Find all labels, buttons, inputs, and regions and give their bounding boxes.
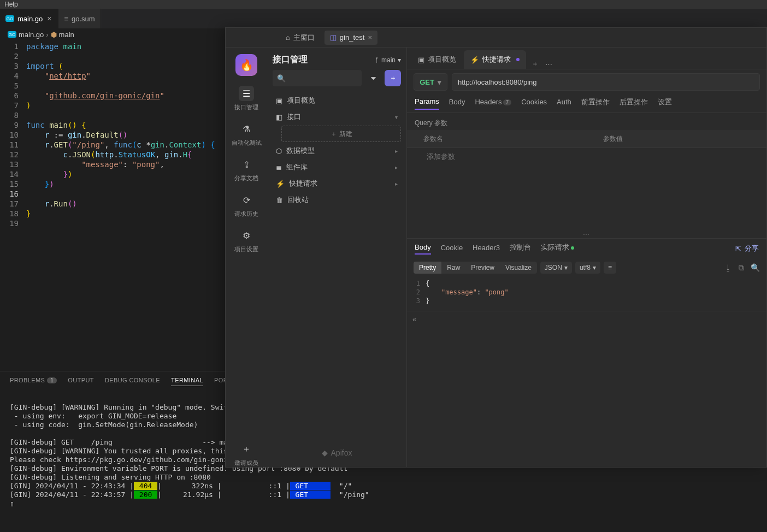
close-icon[interactable]: × — [368, 33, 372, 42]
api-tool-window: ⌂ 主窗口 ◫ gin_test × 🔥 ☰ 接口管理 ⚗ 自动化测试 ⇪ 分享… — [225, 27, 767, 468]
window-tab-home[interactable]: ⌂ 主窗口 — [280, 31, 320, 45]
sidebar-item-label: 快捷请求 — [289, 179, 317, 188]
branch-selector[interactable]: ᚶ main ▾ — [375, 56, 401, 64]
rail-invite[interactable]: ＋ 邀请成员 — [234, 441, 258, 467]
resize-handle[interactable]: ⋯ — [407, 230, 766, 238]
rail-label: 分享文档 — [234, 174, 258, 182]
panel-tab-debug[interactable]: DEBUG CONSOLE — [105, 375, 160, 386]
add-param-row[interactable]: 添加参数 — [407, 147, 766, 165]
download-icon[interactable]: ⭳ — [724, 263, 732, 273]
menubar: Help — [0, 0, 767, 9]
url-value: http://localhost:8080/ping — [458, 78, 537, 86]
sidebar-item-label: 接口 — [287, 112, 301, 122]
method-select[interactable]: GET ▾ — [414, 73, 447, 91]
resptab-cookie[interactable]: Cookie — [441, 244, 463, 254]
search-icon: 🔍 — [277, 74, 286, 82]
url-input[interactable]: http://localhost:8080/ping — [452, 73, 760, 91]
breadcrumb-symbol[interactable]: main — [59, 31, 74, 39]
breadcrumb-file[interactable]: main.go — [19, 31, 44, 39]
editor-tabbar: GO main.go × ≡ go.sum — [0, 9, 767, 28]
request-section-tabs: Params Body Headers7 Cookies Auth 前置操作 后… — [407, 94, 766, 113]
window-tab-label: gin_test — [340, 33, 365, 42]
tab-go-sum[interactable]: ≡ go.sum — [58, 9, 101, 28]
encoding-select[interactable]: utf8▾ — [575, 262, 600, 274]
panel-tab-terminal[interactable]: TERMINAL — [171, 375, 203, 386]
go-file-icon: GO — [8, 31, 16, 38]
sidebar-item-model[interactable]: ⬡ 数据模型 ▸ — [273, 143, 401, 158]
sidebar-item-label: 项目概览 — [287, 96, 315, 105]
search-icon[interactable]: 🔍 — [751, 263, 760, 273]
sidebar-item-trash[interactable]: 🗑 回收站 — [273, 192, 401, 208]
chevron-down-icon: ▾ — [438, 78, 441, 86]
tab-main-go[interactable]: GO main.go × — [0, 9, 58, 28]
response-panel: Body Cookie Header3 控制台 实际请求 ⇱ 分享 — [407, 238, 766, 327]
share-response-button[interactable]: ⇱ 分享 — [735, 244, 759, 253]
method-label: GET — [420, 78, 434, 86]
status-dot-icon — [571, 246, 574, 250]
rail-settings[interactable]: ⚙ 项目设置 — [234, 228, 258, 253]
resptab-actual[interactable]: 实际请求 — [541, 243, 574, 255]
reqtab-auth[interactable]: Auth — [557, 98, 571, 109]
rail-label: 接口管理 — [234, 103, 258, 111]
new-api-button[interactable]: ＋ 新建 — [281, 126, 401, 142]
rail-history[interactable]: ⟳ 请求历史 — [234, 192, 258, 218]
view-raw[interactable]: Raw — [441, 262, 465, 274]
new-label: 新建 — [339, 129, 352, 139]
sidebar-item-label: 组件库 — [286, 162, 308, 172]
reqtab-cookies[interactable]: Cookies — [521, 98, 547, 109]
view-mode-segment: Pretty Raw Preview Visualize — [414, 262, 537, 274]
reqtab-post[interactable]: 后置操作 — [620, 97, 648, 110]
reqtab-pre[interactable]: 前置操作 — [581, 97, 610, 110]
side-panel: 接口管理 ᚶ main ▾ 🔍 ⏷ ＋ ▣ 项目概览 — [267, 48, 407, 467]
view-visualize[interactable]: Visualize — [500, 262, 537, 274]
format-select[interactable]: JSON▾ — [540, 262, 572, 274]
sidebar-item-quick[interactable]: ⚡ 快捷请求 ▸ — [273, 176, 401, 191]
view-preview[interactable]: Preview — [465, 262, 500, 274]
reqtab-headers[interactable]: Headers7 — [475, 98, 511, 109]
response-body[interactable]: 123 { "message": "pong"} — [407, 277, 766, 311]
main-tab-quick[interactable]: ⚡ 快捷请求 — [464, 50, 526, 69]
filter-button[interactable]: ⏷ — [365, 70, 381, 86]
resptab-header[interactable]: Header3 — [473, 244, 500, 254]
close-icon[interactable]: × — [46, 14, 52, 23]
rail-share[interactable]: ⇪ 分享文档 — [234, 157, 258, 182]
panel-tab-problems[interactable]: PROBLEMS1 — [10, 375, 57, 386]
search-input[interactable]: 🔍 — [273, 70, 362, 86]
calendar-icon: ☰ — [239, 86, 254, 101]
chevron-right-icon: ▸ — [395, 148, 398, 154]
reqtab-settings[interactable]: 设置 — [658, 97, 672, 110]
reqtab-body[interactable]: Body — [449, 98, 465, 109]
sidebar-item-lib[interactable]: ≣ 组件库 ▸ — [273, 159, 401, 175]
resptab-console[interactable]: 控制台 — [510, 243, 531, 255]
chevron-down-icon: ▾ — [395, 114, 398, 120]
flask-icon: ⚗ — [239, 121, 254, 137]
branch-icon: ᚶ — [375, 56, 379, 64]
rail-api[interactable]: ☰ 接口管理 — [234, 86, 258, 111]
panel-tab-output[interactable]: OUTPUT — [68, 375, 94, 386]
resptab-body[interactable]: Body — [415, 243, 431, 255]
add-button[interactable]: ＋ — [385, 70, 401, 86]
menu-help[interactable]: Help — [4, 1, 18, 8]
reqtab-params[interactable]: Params — [415, 97, 439, 110]
sidebar-item-api[interactable]: ◧ 接口 ▾ — [273, 109, 401, 125]
app-logo: 🔥 — [235, 54, 257, 76]
more-icon[interactable]: ⋯ — [545, 60, 552, 68]
view-pretty[interactable]: Pretty — [414, 262, 441, 274]
collapse-button[interactable]: « — [407, 311, 766, 327]
brand-label: Apifox — [331, 448, 352, 457]
response-toolbar: Pretty Raw Preview Visualize JSON▾ utf8▾… — [407, 258, 766, 277]
rail-test[interactable]: ⚗ 自动化测试 — [232, 121, 262, 147]
line-gutter: 12345678910111213141516171819 — [0, 42, 26, 228]
chevron-down-icon: ▾ — [398, 56, 401, 64]
window-tab-project[interactable]: ◫ gin_test × — [324, 31, 377, 45]
plus-icon: ＋ — [390, 73, 397, 83]
plus-icon[interactable]: ＋ — [532, 59, 539, 69]
project-icon: ◫ — [330, 33, 337, 42]
sidebar-item-overview[interactable]: ▣ 项目概览 — [273, 93, 401, 108]
bolt-icon: ⚡ — [470, 56, 479, 64]
chevron-down-icon: ▾ — [593, 264, 596, 271]
copy-icon[interactable]: ⧉ — [739, 263, 744, 273]
main-tab-overview[interactable]: ▣ 项目概览 — [411, 50, 463, 69]
wrap-toggle[interactable]: ≡ — [604, 262, 616, 274]
package-icon: ⬢ — [51, 31, 57, 39]
